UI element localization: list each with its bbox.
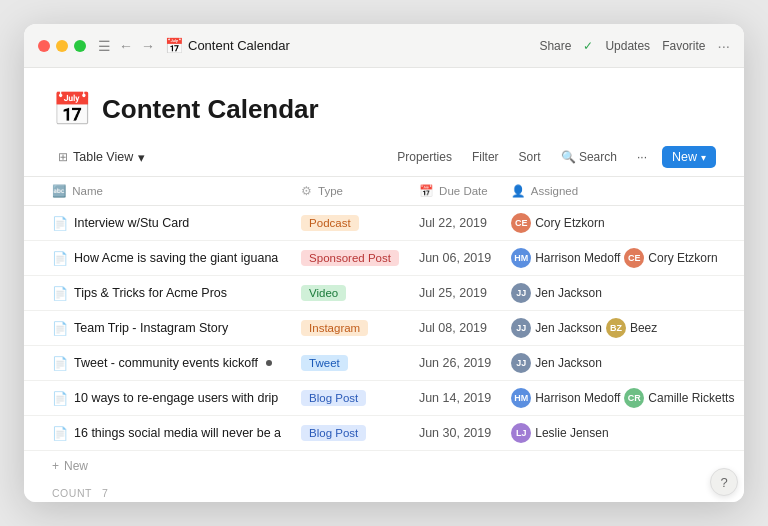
date-cell: Jun 30, 2019 (409, 416, 501, 451)
cursor-indicator (266, 360, 272, 366)
view-chevron-icon: ▾ (138, 150, 145, 165)
close-button[interactable] (38, 40, 50, 52)
col-header-assigned: 👤 Assigned (501, 177, 744, 206)
help-icon: ? (720, 475, 727, 490)
doc-icon: 📄 (52, 391, 68, 406)
view-toolbar: ⊞ Table View ▾ Properties Filter Sort 🔍 … (24, 142, 744, 177)
type-col-icon: ⚙ (301, 185, 312, 197)
updates-label[interactable]: Updates (605, 39, 650, 53)
assignee-name: Cory Etzkorn (535, 216, 604, 230)
view-selector[interactable]: ⊞ Table View ▾ (52, 147, 151, 168)
date-cell: Jun 26, 2019 (409, 346, 501, 381)
page-icon-small: 📅 (165, 37, 184, 55)
avatar: JJ (511, 283, 531, 303)
title-actions: Properties Share ✓ Updates Favorite ··· (539, 37, 730, 54)
avatar: CE (511, 213, 531, 233)
table-row[interactable]: 📄 Team Trip - Instagram Story InstagramJ… (24, 311, 744, 346)
date-cell: Jun 06, 2019 (409, 241, 501, 276)
assignee-cell: HMHarrison MedoffCECory Etzkorn (511, 248, 734, 268)
forward-icon[interactable]: → (141, 38, 155, 54)
add-row-icon: + (52, 459, 59, 473)
page-header: 📅 Content Calendar (24, 68, 744, 142)
title-bar: ☰ ← → 📅 Content Calendar Properties Shar… (24, 24, 744, 68)
help-button[interactable]: ? (710, 468, 738, 496)
type-badge: Video (301, 285, 346, 301)
assignee-name: Harrison Medoff (535, 391, 620, 405)
favorite-label[interactable]: Favorite (662, 39, 705, 53)
type-badge: Blog Post (301, 425, 366, 441)
share-label[interactable]: Share (539, 39, 571, 53)
nav-buttons: ☰ ← → (98, 38, 155, 54)
more-options-icon[interactable]: ··· (717, 37, 730, 54)
doc-icon: 📄 (52, 356, 68, 371)
name-col-icon: 🔤 (52, 185, 66, 197)
avatar: CR (624, 388, 644, 408)
type-badge: Blog Post (301, 390, 366, 406)
name-cell: 📄 16 things social media will never be a (52, 426, 281, 441)
col-header-date: 📅 Due Date (409, 177, 501, 206)
page-calendar-icon: 📅 (52, 90, 92, 128)
row-name: Team Trip - Instagram Story (74, 321, 228, 335)
doc-icon: 📄 (52, 286, 68, 301)
name-cell: 📄 Tweet - community events kickoff (52, 356, 281, 371)
table-row[interactable]: 📄 Tips & Tricks for Acme Pros VideoJul 2… (24, 276, 744, 311)
page-title: Content Calendar (102, 94, 319, 125)
avatar: CE (624, 248, 644, 268)
table-row[interactable]: 📄 Interview w/Stu Card PodcastJul 22, 20… (24, 206, 744, 241)
avatar: JJ (511, 353, 531, 373)
doc-icon: 📄 (52, 216, 68, 231)
doc-icon: 📄 (52, 251, 68, 266)
row-name: Interview w/Stu Card (74, 216, 189, 230)
window-title: Content Calendar (188, 38, 539, 53)
assignee-cell: LJLeslie Jensen (511, 423, 734, 443)
row-name: 16 things social media will never be a (74, 426, 281, 440)
table-body: 📄 Interview w/Stu Card PodcastJul 22, 20… (24, 206, 744, 451)
assignee-name: Camille Ricketts (648, 391, 734, 405)
avatar: BZ (606, 318, 626, 338)
avatar: LJ (511, 423, 531, 443)
table-row[interactable]: 📄 How Acme is saving the giant iguana Sp… (24, 241, 744, 276)
assigned-col-icon: 👤 (511, 185, 525, 197)
minimize-button[interactable] (56, 40, 68, 52)
sort-button[interactable]: Sort (514, 147, 546, 167)
table-row[interactable]: 📄 Tweet - community events kickoff Tweet… (24, 346, 744, 381)
traffic-lights (38, 40, 86, 52)
back-icon[interactable]: ← (119, 38, 133, 54)
assignee-name: Jen Jackson (535, 356, 602, 370)
row-name: How Acme is saving the giant iguana (74, 251, 278, 265)
filter-button[interactable]: Filter (467, 147, 504, 167)
count-row: COUNT 7 (24, 481, 744, 502)
count-value: 7 (102, 487, 108, 499)
avatar: JJ (511, 318, 531, 338)
date-cell: Jul 25, 2019 (409, 276, 501, 311)
table-wrapper: 🔤 Name ⚙ Type 📅 Due Date 👤 (24, 177, 744, 502)
table-view-icon: ⊞ (58, 150, 68, 164)
row-name: Tips & Tricks for Acme Pros (74, 286, 227, 300)
search-button[interactable]: 🔍 Search (556, 147, 622, 167)
date-col-icon: 📅 (419, 185, 433, 197)
avatar: HM (511, 388, 531, 408)
new-button-chevron: ▾ (701, 152, 706, 163)
date-cell: Jun 14, 2019 (409, 381, 501, 416)
assignee-cell: HMHarrison MedoffCRCamille Ricketts (511, 388, 734, 408)
table-row[interactable]: 📄 10 ways to re-engage users with drip B… (24, 381, 744, 416)
assignee-cell: JJJen JacksonBZBeez (511, 318, 734, 338)
table-row[interactable]: 📄 16 things social media will never be a… (24, 416, 744, 451)
page-content: 📅 Content Calendar ⊞ Table View ▾ Proper… (24, 68, 744, 502)
add-row-button[interactable]: + + New New (24, 451, 744, 481)
date-cell: Jul 08, 2019 (409, 311, 501, 346)
doc-icon: 📄 (52, 426, 68, 441)
properties-button[interactable]: Properties (392, 147, 457, 167)
updates-check[interactable]: ✓ (583, 39, 593, 53)
content-table: 🔤 Name ⚙ Type 📅 Due Date 👤 (24, 177, 744, 451)
menu-icon[interactable]: ☰ (98, 38, 111, 54)
date-cell: Jul 22, 2019 (409, 206, 501, 241)
assignee-cell: CECory Etzkorn (511, 213, 734, 233)
type-badge: Tweet (301, 355, 348, 371)
assignee-cell: JJJen Jackson (511, 353, 734, 373)
maximize-button[interactable] (74, 40, 86, 52)
doc-icon: 📄 (52, 321, 68, 336)
more-toolbar-button[interactable]: ··· (632, 147, 652, 167)
new-button[interactable]: New ▾ (662, 146, 716, 168)
table-header-row: 🔤 Name ⚙ Type 📅 Due Date 👤 (24, 177, 744, 206)
